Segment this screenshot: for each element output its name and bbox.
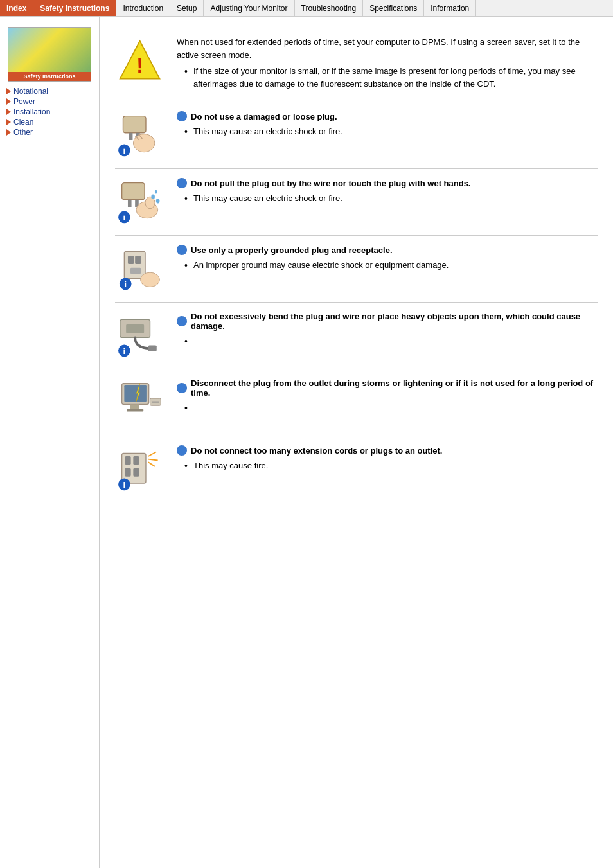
bend-heading: Do not excessively bend the plug and wir… <box>191 312 598 331</box>
svg-text:i: i <box>123 479 125 489</box>
grounded-illustration: i <box>117 247 165 292</box>
svg-text:i: i <box>123 145 125 155</box>
globe-icon-5 <box>177 383 187 393</box>
section-text-dpms: When not used for extended periods of ti… <box>177 36 598 93</box>
grounded-bullet-1: An improper ground may cause electric sh… <box>182 259 598 272</box>
section-image-bend: i <box>115 312 166 360</box>
svg-rect-34 <box>130 404 139 409</box>
section-image-extension: i <box>115 445 166 493</box>
section-damaged-plug: i Do not use a damaged or loose plug. Th… <box>115 102 598 169</box>
section-text-wet: Do not pull the plug out by the wire nor… <box>177 178 598 208</box>
nav-item-setup[interactable]: Setup <box>170 0 204 16</box>
sidebar: Safety Instructions Notational Power Ins… <box>0 17 100 868</box>
sidebar-item-installation[interactable]: Installation <box>6 107 99 116</box>
svg-rect-43 <box>133 468 139 476</box>
globe-icon-4 <box>177 316 187 326</box>
svg-point-15 <box>151 194 155 199</box>
section-image-grounded: i <box>115 245 166 293</box>
globe-icon-6 <box>177 445 187 456</box>
bend-plug-illustration: i <box>117 314 165 359</box>
dpms-illustration: ! <box>117 38 165 83</box>
svg-rect-2 <box>123 116 145 132</box>
plug-illustration: i <box>117 113 165 158</box>
svg-rect-11 <box>127 199 131 206</box>
nav-item-safety[interactable]: Safety Instructions <box>33 0 116 16</box>
section-image-wet: i <box>115 178 166 226</box>
plug-heading: Do not use a damaged or loose plug. <box>191 112 337 121</box>
sidebar-item-power[interactable]: Power <box>6 97 99 106</box>
plug-bullet-1: This may cause an electric shock or fire… <box>182 125 598 138</box>
sidebar-logo-label: Safety Instructions <box>23 73 75 80</box>
section-text-extension: Do not connect too many extension cords … <box>177 445 598 475</box>
sidebar-item-clean[interactable]: Clean <box>6 118 99 127</box>
svg-rect-33 <box>124 385 147 402</box>
arrow-icon <box>6 129 11 136</box>
nav-item-intro[interactable]: Introduction <box>116 0 170 16</box>
dpms-bullet-1: If the size of your monitor is small, or… <box>182 65 598 90</box>
svg-text:i: i <box>124 279 127 288</box>
bend-bullet-1 <box>182 335 598 348</box>
section-dpms: ! When not used for extended periods of … <box>115 27 598 102</box>
globe-icon-3 <box>177 245 187 255</box>
section-text-bend: Do not excessively bend the plug and wir… <box>177 312 598 350</box>
wet-hands-illustration: i <box>117 180 165 225</box>
svg-text:i: i <box>123 346 125 355</box>
svg-point-17 <box>154 190 157 193</box>
section-image-dpms: ! <box>115 36 166 84</box>
svg-rect-28 <box>126 324 144 333</box>
svg-line-44 <box>148 452 155 456</box>
sidebar-nav: Notational Power Installation Clean Othe… <box>0 87 99 137</box>
section-disconnect: Disconnect the plug from the outlet duri… <box>115 369 598 436</box>
svg-rect-29 <box>148 345 156 351</box>
arrow-icon <box>6 88 11 94</box>
svg-rect-22 <box>135 256 141 264</box>
nav-item-adjust[interactable]: Adjusting Your Monitor <box>204 0 294 16</box>
section-extension: i Do not connect too many extension cord… <box>115 436 598 502</box>
arrow-icon <box>6 109 11 115</box>
dpms-bullets: If the size of your monitor is small, or… <box>177 65 598 90</box>
section-image-plug: i <box>115 111 166 159</box>
svg-rect-10 <box>121 182 144 199</box>
svg-rect-40 <box>125 456 130 465</box>
grounded-heading: Use only a properly grounded plug and re… <box>191 245 393 255</box>
wet-bullet-1: This may cause an electric shock or fire… <box>182 192 598 205</box>
section-text-plug: Do not use a damaged or loose plug. This… <box>177 111 598 141</box>
section-bend-plug: i Do not excessively bend the plug and w… <box>115 303 598 369</box>
extension-illustration: i <box>117 447 165 492</box>
svg-rect-21 <box>127 256 133 264</box>
extension-heading: Do not connect too many extension cords … <box>191 446 442 456</box>
nav-item-specs[interactable]: Specifications <box>363 0 424 16</box>
svg-text:!: ! <box>136 54 143 77</box>
nav-item-trouble[interactable]: Troubleshooting <box>295 0 364 16</box>
svg-rect-20 <box>124 251 145 278</box>
globe-icon-1 <box>177 111 187 121</box>
section-grounded: i Use only a properly grounded plug and … <box>115 236 598 303</box>
dpms-body-text: When not used for extended periods of ti… <box>177 36 598 61</box>
disconnect-bullet-1 <box>182 402 598 414</box>
section-image-disconnect <box>115 378 166 427</box>
wet-heading: Do not pull the plug out by the wire nor… <box>191 179 470 188</box>
extension-bullet-1: This may cause fire. <box>182 459 598 472</box>
disconnect-illustration <box>117 380 165 425</box>
arrow-icon <box>6 119 11 125</box>
svg-rect-42 <box>125 468 130 476</box>
disconnect-heading: Disconnect the plug from the outlet duri… <box>191 378 598 398</box>
svg-point-16 <box>155 198 159 202</box>
svg-rect-23 <box>130 267 141 273</box>
arrow-icon <box>6 98 11 105</box>
svg-text:i: i <box>123 212 125 222</box>
sidebar-item-notational[interactable]: Notational <box>6 87 99 96</box>
nav-item-index[interactable]: Index <box>0 0 33 16</box>
svg-line-46 <box>148 462 154 466</box>
section-text-disconnect: Disconnect the plug from the outlet duri… <box>177 378 598 417</box>
nav-bar: Index Safety Instructions Introduction S… <box>0 0 613 17</box>
section-wet-hands: i Do not pull the plug out by the wire n… <box>115 169 598 236</box>
svg-line-45 <box>148 459 157 460</box>
globe-icon-2 <box>177 178 187 188</box>
svg-rect-41 <box>133 456 139 465</box>
nav-item-info[interactable]: Information <box>424 0 476 16</box>
sidebar-item-other[interactable]: Other <box>6 128 99 137</box>
section-text-grounded: Use only a properly grounded plug and re… <box>177 245 598 274</box>
svg-rect-3 <box>129 132 132 139</box>
content-area: ! When not used for extended periods of … <box>100 17 613 868</box>
